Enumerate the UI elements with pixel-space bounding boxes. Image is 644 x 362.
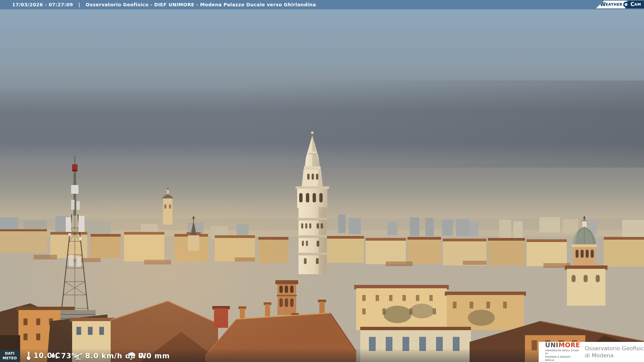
weathercam-weather-label: WEATHER [596,1,627,8]
morning-light [0,188,335,362]
umbrella-icon [127,351,136,361]
rain-reading: 0.0 mm [127,351,170,361]
wind-vane-icon [73,351,83,361]
unimore-observatory-logo[interactable]: UNIMORE UNIVERSITÀ DEGLI STUDI DI MODENA… [539,342,644,362]
unimore-more-text: MORE [558,341,580,349]
unimore-wordmark: UNIMORE UNIVERSITÀ DEGLI STUDI DI MODENA… [545,342,580,362]
unimore-uni-text: UNI [545,341,558,349]
university-subtitle-line2: MODENA E REGGIO EMILIA [545,356,580,362]
university-subtitle-line1: UNIVERSITÀ DEGLI STUDI DI [545,349,580,356]
header-separator: | [78,2,80,7]
webcam-photo [0,0,644,362]
page-title: Osservatorio Geofisico - DIEF UNIMORE - … [86,2,316,7]
dati-meteo-label: DATI METEO [0,350,19,362]
weathercam-logo[interactable]: WEATHER CAM [596,1,644,8]
rain-value: 0.0 mm [138,352,170,360]
thermometer-icon [25,351,32,361]
weathercam-lens-icon [623,2,629,7]
humidity-icon [50,351,59,361]
observatory-name: Osservatorio Geofisico di Modena [585,345,644,359]
datetime-label: 17/03/2026 - 07:27:09 [12,2,73,7]
header-bar: 17/03/2026 - 07:27:09 | Osservatorio Geo… [0,0,644,9]
